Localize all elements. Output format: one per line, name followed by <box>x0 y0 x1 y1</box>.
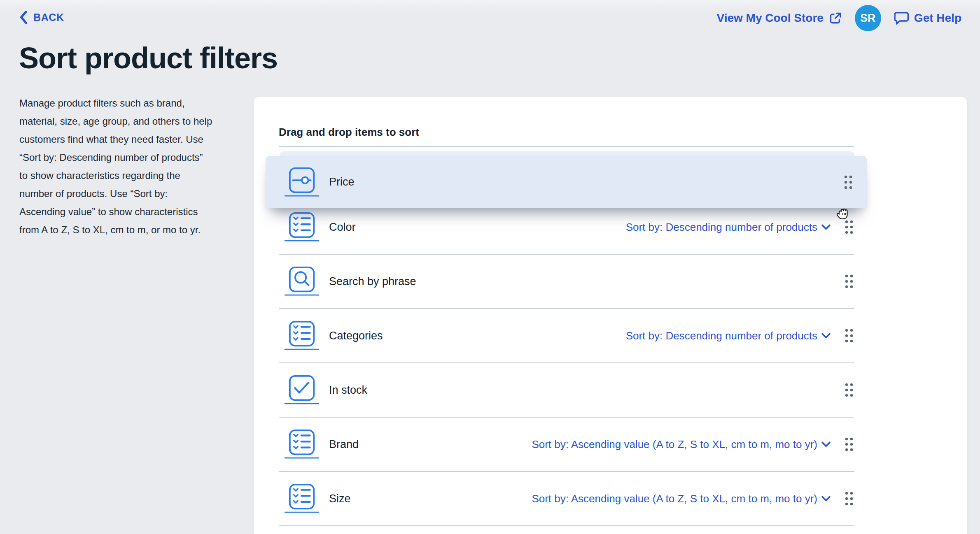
drag-handle[interactable] <box>844 175 853 190</box>
description-line: number of products. Use “Sort by: <box>19 188 168 199</box>
view-store-label: View My Cool Store <box>717 12 824 25</box>
filter-label: Brand <box>329 438 359 451</box>
filter-label: Color <box>329 221 356 234</box>
page-title: Sort product filters <box>19 41 278 75</box>
slider-icon <box>284 167 320 197</box>
sort-by-label: Sort by: Descending number of products <box>626 330 817 342</box>
filter-row[interactable]: Categories Sort by: Descending number of… <box>279 309 854 363</box>
back-button[interactable]: BACK <box>19 11 64 24</box>
filter-label: Price <box>329 176 355 188</box>
list-icon <box>284 320 320 351</box>
chevron-left-icon <box>19 11 28 24</box>
sort-by-dropdown[interactable]: Sort by: Descending number of products <box>626 221 831 234</box>
drag-handle[interactable] <box>845 437 854 452</box>
description-line: Manage product filters such as brand, <box>19 98 185 109</box>
page-description: Manage product filters such as brand,mat… <box>19 94 250 239</box>
get-help-label: Get Help <box>914 12 961 25</box>
description-line: from A to Z, S to XL, cm to m, or mo to … <box>19 224 201 235</box>
filter-label: In stock <box>329 384 367 397</box>
sort-by-label: Sort by: Ascending value (A to Z, S to X… <box>532 492 817 505</box>
description-line: customers find what they need faster. Us… <box>19 134 203 145</box>
external-link-icon <box>829 12 842 25</box>
chevron-down-icon <box>821 333 831 339</box>
view-store-link[interactable]: View My Cool Store <box>717 12 842 25</box>
search-icon <box>284 266 320 297</box>
sort-by-dropdown[interactable]: Sort by: Ascending value (A to Z, S to X… <box>532 492 831 505</box>
description-line: Ascending value” to show characteristics <box>19 206 198 217</box>
sort-product-filters-page: BACK View My Cool Store SR Get Help Sort… <box>0 0 980 534</box>
filter-label: Categories <box>329 330 383 342</box>
chat-bubble-icon <box>894 12 909 25</box>
chevron-down-icon <box>821 224 831 230</box>
drag-handle[interactable] <box>845 220 854 234</box>
filter-row[interactable]: In stock <box>279 363 854 418</box>
description-line: “Sort by: Descending number of products” <box>19 152 203 163</box>
description-line: to show characteristics regarding the <box>19 170 180 181</box>
chevron-down-icon <box>821 441 831 447</box>
avatar-initials: SR <box>860 12 876 25</box>
drag-handle[interactable] <box>845 383 854 397</box>
filter-row[interactable]: Brand Sort by: Ascending value (A to Z, … <box>279 418 854 472</box>
get-help-link[interactable]: Get Help <box>894 12 961 25</box>
filter-label: Size <box>329 492 351 505</box>
list-icon <box>284 483 320 514</box>
drag-handle[interactable] <box>845 328 854 343</box>
sort-by-label: Sort by: Ascending value (A to Z, S to X… <box>532 438 817 451</box>
sort-by-dropdown[interactable]: Sort by: Ascending value (A to Z, S to X… <box>532 438 831 451</box>
avatar[interactable]: SR <box>855 5 881 31</box>
sort-by-label: Sort by: Descending number of products <box>626 221 817 234</box>
dragged-row-container: Price <box>266 156 867 208</box>
checkbox-icon <box>284 375 320 405</box>
filter-row-dragging[interactable]: Price <box>266 156 867 209</box>
description-line: material, size, age group, and others to… <box>19 116 212 127</box>
list-icon <box>284 212 320 242</box>
chevron-down-icon <box>821 496 831 501</box>
filter-row[interactable]: Search by phrase <box>279 255 854 309</box>
filter-row[interactable]: Size Sort by: Ascending value (A to Z, S… <box>279 472 854 526</box>
filter-label: Search by phrase <box>329 275 416 288</box>
top-right-nav: View My Cool Store SR Get Help <box>717 4 961 32</box>
drag-handle[interactable] <box>845 491 854 506</box>
drag-handle[interactable] <box>845 274 854 289</box>
sort-by-dropdown[interactable]: Sort by: Descending number of products <box>626 330 831 342</box>
drag-drop-heading: Drag and drop items to sort <box>279 126 419 139</box>
list-icon <box>284 429 320 460</box>
back-label: BACK <box>33 12 64 23</box>
